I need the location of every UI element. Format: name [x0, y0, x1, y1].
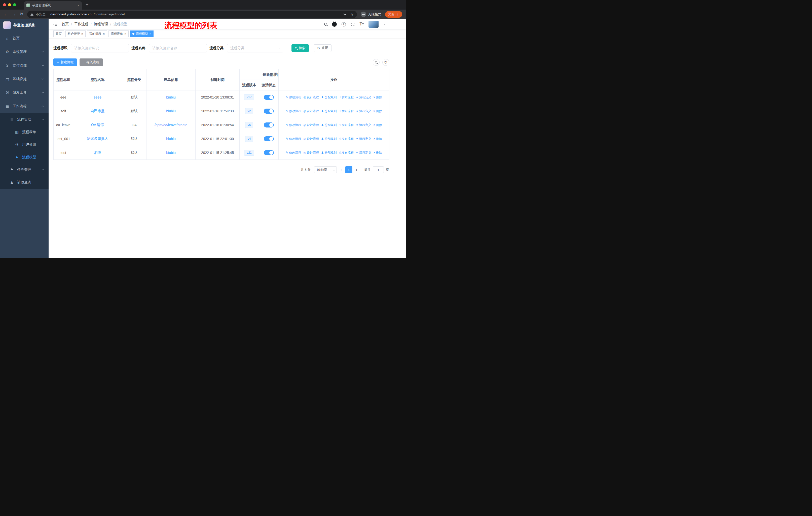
edit-action-link[interactable]: 修改流程 — [286, 151, 301, 155]
new-tab-button[interactable]: + — [86, 2, 89, 7]
close-icon[interactable]: × — [81, 32, 83, 35]
not-secure-warning-icon[interactable] — [30, 13, 33, 16]
publish-action-link[interactable]: 发布流程 — [339, 95, 353, 100]
assign-action-link[interactable]: 分配规则 — [321, 137, 337, 141]
active-toggle[interactable] — [264, 150, 274, 155]
help-icon[interactable] — [342, 22, 346, 26]
edit-action-link[interactable]: 修改流程 — [286, 123, 301, 127]
process-name-link[interactable]: 滔博 — [94, 151, 101, 155]
edit-action-link[interactable]: 修改流程 — [286, 95, 301, 100]
active-toggle[interactable] — [264, 95, 274, 100]
page-number-button[interactable]: 1 — [345, 166, 352, 173]
browser-menu-icon[interactable] — [396, 12, 400, 17]
sidebar-item[interactable]: 支付管理 — [0, 59, 49, 72]
passwords-key-icon[interactable] — [342, 12, 347, 17]
sidebar-item[interactable]: 基础设施 — [0, 72, 49, 86]
bookmark-star-icon[interactable] — [350, 12, 354, 17]
url-field[interactable]: 不安全 dashboard.yudao.iocoder.cn/bpm/manag… — [27, 11, 357, 18]
process-category-select[interactable]: 流程分类 — [227, 44, 283, 52]
process-name-link[interactable]: 自己审批 — [91, 109, 105, 113]
sidebar-item[interactable]: 任务管理 — [0, 164, 49, 176]
search-button[interactable]: 搜索 — [291, 44, 309, 52]
design-action-link[interactable]: 设计流程 — [303, 109, 319, 113]
tag-item[interactable]: 首页 — [53, 30, 64, 37]
process-name-link[interactable]: OA 请假 — [91, 123, 104, 127]
back-button[interactable] — [4, 12, 8, 17]
forward-button[interactable] — [12, 12, 16, 17]
delete-action-link[interactable]: 删除 — [374, 95, 382, 100]
definition-action-link[interactable]: 流程定义 — [356, 109, 371, 113]
active-toggle[interactable] — [264, 123, 274, 128]
next-page-button[interactable]: › — [356, 167, 357, 172]
incognito-indicator[interactable]: 无痕模式 — [361, 11, 381, 17]
refresh-table-button[interactable] — [382, 59, 389, 66]
tag-item[interactable]: 流程模型× — [130, 30, 154, 37]
sidebar-item[interactable]: 用户分组 — [0, 138, 49, 151]
sidebar-item[interactable]: 流程表单 — [0, 126, 49, 138]
delete-action-link[interactable]: 删除 — [374, 123, 382, 127]
definition-action-link[interactable]: 流程定义 — [356, 137, 371, 141]
page-size-select[interactable]: 10条/页 — [314, 166, 337, 173]
edit-action-link[interactable]: 修改流程 — [286, 109, 301, 113]
assign-action-link[interactable]: 分配规则 — [321, 109, 337, 113]
publish-action-link[interactable]: 发布流程 — [339, 151, 353, 155]
browser-update-button[interactable]: 更新 — [385, 11, 402, 18]
design-action-link[interactable]: 设计流程 — [303, 123, 319, 127]
sidebar-item[interactable]: 请假查询 — [0, 176, 49, 189]
toggle-search-button[interactable] — [373, 59, 380, 66]
process-name-link[interactable]: eeee — [94, 95, 102, 99]
tab-close-icon[interactable]: × — [77, 3, 79, 7]
definition-action-link[interactable]: 流程定义 — [356, 151, 371, 155]
process-name-input[interactable] — [149, 44, 207, 52]
assign-action-link[interactable]: 分配规则 — [321, 123, 337, 127]
tag-item[interactable]: 我的流程× — [87, 30, 107, 37]
assign-action-link[interactable]: 分配规则 — [321, 95, 337, 100]
import-process-button[interactable]: 导入流程 — [80, 58, 103, 66]
version-badge[interactable]: v4 — [245, 136, 254, 142]
sidebar-collapse-icon[interactable] — [53, 22, 58, 27]
version-badge[interactable]: v2 — [245, 108, 254, 114]
definition-action-link[interactable]: 流程定义 — [356, 123, 371, 127]
edit-action-link[interactable]: 修改流程 — [286, 137, 301, 141]
publish-action-link[interactable]: 发布流程 — [339, 109, 353, 113]
fullscreen-icon[interactable] — [351, 22, 355, 26]
tag-item[interactable]: 流程表单× — [109, 30, 128, 37]
definition-action-link[interactable]: 流程定义 — [356, 95, 371, 100]
close-icon[interactable]: × — [124, 32, 126, 35]
version-badge[interactable]: v17 — [244, 94, 254, 100]
create-process-button[interactable]: 新建流程 — [53, 58, 77, 66]
design-action-link[interactable]: 设计流程 — [303, 95, 319, 100]
app-logo[interactable]: 芋道管理系统 — [0, 19, 49, 31]
delete-action-link[interactable]: 删除 — [374, 137, 382, 141]
active-toggle[interactable] — [264, 109, 274, 114]
design-action-link[interactable]: 设计流程 — [303, 137, 319, 141]
close-icon[interactable]: × — [149, 32, 151, 35]
form-info-link[interactable]: biubiu — [166, 109, 175, 113]
browser-tab[interactable]: 芋道管理系统 × — [24, 1, 82, 9]
form-info-link[interactable]: /bpm/oa/leave/create — [154, 123, 187, 127]
delete-action-link[interactable]: 删除 — [374, 151, 382, 155]
close-icon[interactable]: × — [103, 32, 105, 35]
sidebar-item[interactable]: 流程管理 — [0, 113, 49, 126]
sidebar-item[interactable]: 首页 — [0, 31, 49, 45]
version-badge[interactable]: v5 — [245, 122, 254, 128]
active-toggle[interactable] — [264, 136, 274, 141]
minimize-window-button[interactable] — [8, 3, 11, 6]
reload-button[interactable] — [20, 12, 23, 17]
assign-action-link[interactable]: 分配规则 — [321, 151, 337, 155]
process-name-link[interactable]: 测试多审批人 — [87, 137, 108, 141]
breadcrumb-home[interactable]: 首页 — [62, 22, 69, 26]
user-avatar[interactable] — [369, 21, 379, 28]
breadcrumb-process-management[interactable]: 流程管理 — [94, 22, 108, 26]
sidebar-item[interactable]: 研发工具 — [0, 86, 49, 100]
search-icon[interactable] — [324, 23, 327, 26]
sidebar-item[interactable]: 工作流程 — [0, 100, 49, 113]
github-icon[interactable] — [332, 22, 337, 27]
reset-button[interactable]: 重置 — [314, 44, 331, 52]
publish-action-link[interactable]: 发布流程 — [339, 123, 353, 127]
tag-item[interactable]: 租户管理× — [65, 30, 86, 37]
publish-action-link[interactable]: 发布流程 — [339, 137, 353, 141]
design-action-link[interactable]: 设计流程 — [303, 151, 319, 155]
close-window-button[interactable] — [3, 3, 6, 6]
delete-action-link[interactable]: 删除 — [374, 109, 382, 113]
